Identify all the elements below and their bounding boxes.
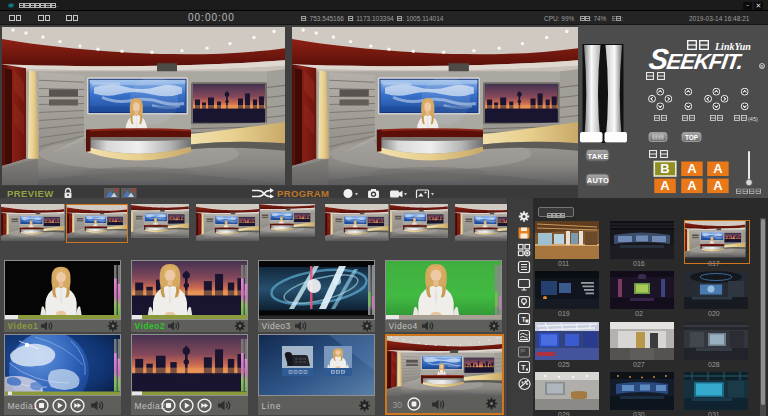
- svg-text:AUTO: AUTO: [587, 176, 609, 185]
- svg-text:TAKE: TAKE: [587, 152, 608, 161]
- svg-text:EEKFIT.: EEKFIT.: [665, 49, 744, 74]
- svg-text:R: R: [761, 64, 764, 69]
- svg-text:TOP: TOP: [685, 134, 699, 141]
- svg-text:PREVIEW: PREVIEW: [7, 188, 54, 199]
- svg-text:(45): (45): [748, 116, 758, 122]
- svg-text:A: A: [713, 178, 723, 193]
- svg-text:A: A: [713, 161, 723, 176]
- svg-text:B: B: [660, 161, 669, 176]
- svg-text:PROGRAM: PROGRAM: [277, 188, 329, 199]
- svg-text:A: A: [687, 178, 697, 193]
- svg-text:A: A: [687, 161, 697, 176]
- svg-text:A: A: [660, 178, 670, 193]
